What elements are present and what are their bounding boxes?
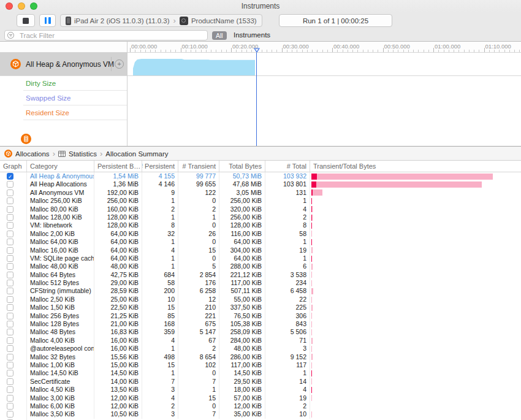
playhead-marker[interactable] [254,48,260,53]
table-row[interactable]: All Anonymous VM192,00 KiB91223,05 MiB13… [0,189,521,197]
graph-checkbox[interactable] [7,239,13,245]
add-instrument-button[interactable]: + [115,59,124,69]
table-row[interactable]: Malloc 64,00 KiB64,00 KiB1064,00 KiB1 [0,238,521,246]
track-allocations-header[interactable]: All Heap & Anonymous VM + [0,53,127,75]
table-row[interactable]: Malloc 3,50 KiB10,50 KiB3735,00 KiB10 [0,410,521,418]
device-process-selector[interactable]: iPad Air 2 (iOS 11.0.3) (11.0.3) › Produ… [60,14,262,27]
total-bytes-cell: 14,50 KiB [219,369,265,377]
total-bytes-cell: 47,68 MiB [219,180,265,188]
graph-checkbox[interactable] [7,189,13,196]
table-row[interactable]: Malloc 256 Bytes21,25 KiB8522176,50 KiB3… [0,312,521,320]
graph-checkbox[interactable] [7,304,13,311]
time-ruler[interactable]: 00:00.00000:10.00000:20.00000:30.00000:4… [0,42,521,53]
graph-checkbox[interactable] [7,222,13,229]
total-bytes-cell: 117,00 KiB [219,361,265,369]
graph-checkbox[interactable] [7,197,13,204]
table-row[interactable]: Malloc 6,00 KiB12,00 KiB2012,00 KiB2 [0,402,521,410]
graph-checkbox[interactable] [7,386,13,393]
table-row[interactable]: @autoreleasepool content16,00 KiB1248,00… [0,345,521,353]
column-header-total-bytes[interactable]: Total Bytes [219,161,265,172]
graph-checkbox[interactable] [7,181,13,188]
graph-checkbox[interactable] [7,173,13,180]
column-header-graph[interactable]: Graph [0,161,27,172]
column-header-persistent-bytes[interactable]: Persistent B… ∨ [94,161,142,172]
graph-checkbox[interactable] [7,395,13,402]
graph-checkbox[interactable] [7,345,13,352]
graph-checkbox[interactable] [7,370,13,376]
graph-checkbox[interactable] [7,329,13,335]
table-row[interactable]: Malloc 48 Bytes16,83 KiB3595 147258,09 K… [0,328,521,336]
graph-checkbox[interactable] [7,288,13,294]
table-row[interactable]: Malloc 128 Bytes21,00 KiB168675105,38 Ki… [0,320,521,328]
graph-checkbox[interactable] [7,263,13,270]
graph-checkbox[interactable] [7,378,13,385]
column-header-transient-total-bytes[interactable]: Transient/Total Bytes [310,161,521,172]
column-header-category[interactable]: Category [27,161,94,172]
column-header-num-transient[interactable]: # Transient [178,161,219,172]
table-row[interactable]: Malloc 2,50 KiB25,00 KiB101255,00 KiB22 [0,296,521,304]
ruler-tick [145,50,146,52]
allocations-track-lane[interactable] [127,53,521,75]
table-row[interactable]: Malloc 32 Bytes15,56 KiB4988 654286,00 K… [0,353,521,361]
ruler-tick [479,50,479,52]
graph-checkbox[interactable] [7,337,13,344]
category-cell: CFString (immutable) [27,287,94,295]
dirty-size-lane-plot[interactable] [127,76,521,91]
vm-lane-resident[interactable]: Resident Size [0,105,521,120]
table-row[interactable]: Malloc 256,00 KiB256,00 KiB10256,00 KiB1 [0,197,521,205]
table-row[interactable]: Malloc 14,50 KiB14,50 KiB1014,50 KiB1 [0,369,521,377]
breadcrumb-item-statistics[interactable]: Statistics [69,150,97,158]
playhead-line[interactable] [256,53,257,146]
graph-checkbox[interactable] [7,411,13,418]
graph-checkbox[interactable] [7,272,13,278]
table-row[interactable]: All Heap & Anonymous V…1,54 MiB4 15599 7… [0,172,521,180]
table-row[interactable]: VM: libnetwork128,00 KiB80128,00 KiB8 [0,221,521,229]
table-row[interactable]: Malloc 4,00 KiB16,00 KiB467284,00 KiB71 [0,337,521,345]
filter-scope-instruments-button[interactable]: Instruments [234,31,270,39]
table-row[interactable]: CFString (immutable)28,59 KiB2006 258507… [0,287,521,295]
total-bytes-cell: 288,00 KiB [219,262,265,270]
filter-scope-all-button[interactable]: All [212,31,227,40]
table-row[interactable]: Malloc 128,00 KiB128,00 KiB11256,00 KiB2 [0,213,521,221]
column-header-num-persistent[interactable]: # Persistent [142,161,178,172]
track-filter-input[interactable] [4,30,208,40]
pause-button[interactable] [39,14,56,27]
graph-checkbox[interactable] [7,214,13,221]
swapped-size-lane-plot[interactable] [127,91,521,105]
track-allocations[interactable]: All Heap & Anonymous VM + [0,53,521,76]
ruler-tick [327,50,328,52]
graph-checkbox[interactable] [7,206,13,213]
breadcrumb-item-allocation-summary[interactable]: Allocation Summary [105,150,168,158]
graph-checkbox[interactable] [7,321,13,327]
graph-checkbox[interactable] [7,296,13,303]
table-row[interactable]: Malloc 512 Bytes29,00 KiB58176117,00 KiB… [0,279,521,287]
table-row[interactable]: Malloc 80,00 KiB160,00 KiB22320,00 KiB4 [0,205,521,213]
table-row[interactable]: Malloc 2,00 KiB64,00 KiB3226116,00 KiB58 [0,230,521,238]
graph-checkbox[interactable] [7,362,13,368]
allocations-breadcrumb-icon [4,150,12,158]
table-row[interactable]: Malloc 16,00 KiB64,00 KiB415304,00 KiB19 [0,246,521,254]
table-row[interactable]: Malloc 1,00 KiB15,00 KiB15102117,00 KiB1… [0,361,521,369]
graph-checkbox[interactable] [7,280,13,286]
graph-checkbox[interactable] [7,313,13,319]
vm-lane-dirty[interactable]: Dirty Size [0,76,521,91]
column-header-num-total[interactable]: # Total [265,161,310,172]
graph-checkbox[interactable] [7,231,13,237]
table-row[interactable]: Malloc 48,00 KiB48,00 KiB15288,00 KiB6 [0,262,521,270]
stop-button[interactable] [17,14,35,27]
table-row[interactable]: Malloc 4,50 KiB13,50 KiB3118,00 KiB4 [0,386,521,394]
graph-checkbox[interactable] [7,255,13,262]
vm-lane-swapped[interactable]: Swapped Size [0,91,521,105]
graph-checkbox[interactable] [7,247,13,254]
num-persistent-cell: 4 [142,394,178,402]
breadcrumb-item-allocations[interactable]: Allocations [15,150,50,158]
table-row[interactable]: Malloc 64 Bytes42,75 KiB6842 854221,12 K… [0,271,521,279]
table-row[interactable]: Malloc 3,00 KiB12,00 KiB41557,00 KiB19 [0,394,521,402]
table-row[interactable]: Malloc 1,50 KiB22,50 KiB15210337,50 KiB2… [0,304,521,311]
graph-checkbox[interactable] [7,403,13,410]
table-row[interactable]: SecCertificate14,00 KiB7729,50 KiB14 [0,378,521,386]
table-row[interactable]: VM: SQLite page cache64,00 KiB1064,00 Ki… [0,254,521,262]
graph-checkbox[interactable] [7,354,13,361]
table-row[interactable]: All Heap Allocations1,36 MiB4 14699 6554… [0,180,521,188]
resident-size-lane-plot[interactable] [127,105,521,120]
